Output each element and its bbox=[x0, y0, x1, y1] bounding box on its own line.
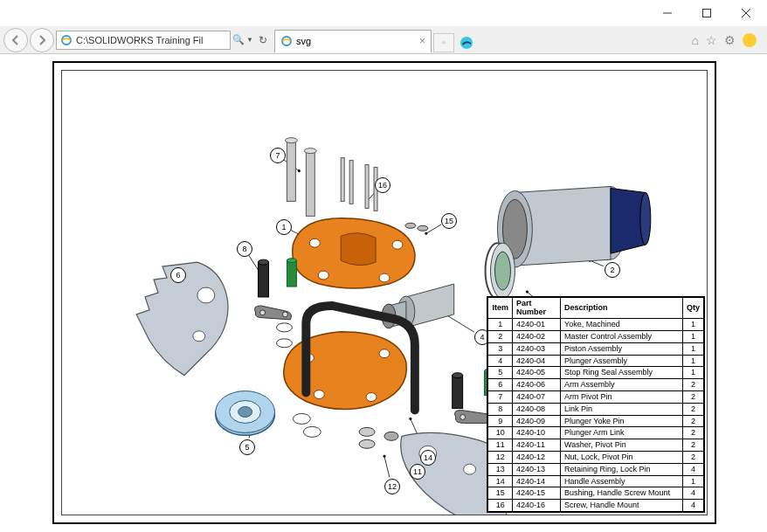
svg-point-36 bbox=[425, 232, 427, 234]
svg-point-92 bbox=[405, 223, 416, 228]
bom-cell-qty: 2 bbox=[682, 415, 703, 427]
svg-point-5 bbox=[282, 37, 291, 45]
bom-cell-pn: 4240-15 bbox=[512, 487, 560, 500]
bom-cell-qty: 4 bbox=[682, 463, 703, 475]
back-button[interactable] bbox=[3, 28, 28, 52]
content-viewport[interactable]: 12345678910111213141516 Item Part Number… bbox=[0, 54, 767, 532]
svg-line-21 bbox=[248, 255, 264, 280]
svg-point-63 bbox=[304, 149, 316, 154]
dropdown-icon[interactable]: ▼ bbox=[246, 36, 253, 44]
svg-point-59 bbox=[464, 464, 476, 474]
svg-rect-60 bbox=[287, 141, 295, 202]
svg-line-9 bbox=[590, 260, 604, 266]
balloon-14: 14 bbox=[420, 450, 436, 466]
svg-point-71 bbox=[453, 373, 463, 378]
forward-button[interactable] bbox=[30, 28, 54, 52]
bom-cell-qty: 2 bbox=[682, 439, 703, 452]
bom-cell-item: 15 bbox=[488, 487, 513, 500]
refresh-icon[interactable]: ↻ bbox=[259, 34, 267, 46]
svg-point-41 bbox=[502, 199, 527, 259]
tab-svg[interactable]: svg × bbox=[274, 30, 432, 52]
bom-cell-desc: Master Control Assembly bbox=[560, 331, 682, 343]
svg-point-81 bbox=[282, 312, 287, 317]
svg-point-53 bbox=[379, 349, 390, 358]
svg-point-48 bbox=[309, 238, 320, 247]
svg-point-22 bbox=[263, 279, 265, 280]
favorites-icon[interactable]: ☆ bbox=[706, 33, 717, 47]
bom-cell-qty: 1 bbox=[682, 355, 703, 367]
edge-button[interactable] bbox=[456, 33, 477, 52]
svg-point-51 bbox=[379, 273, 390, 282]
bom-cell-desc: Plunger Assembly bbox=[560, 355, 682, 367]
bom-cell-pn: 4240-16 bbox=[512, 500, 560, 512]
bom-cell-desc: Plunger Arm Link bbox=[560, 427, 682, 439]
svg-rect-62 bbox=[306, 151, 314, 217]
bom-cell-item: 2 bbox=[488, 331, 513, 343]
bom-cell-pn: 4240-01 bbox=[512, 319, 560, 331]
bom-cell-pn: 4240-05 bbox=[512, 367, 560, 379]
tab-close-icon[interactable]: × bbox=[419, 35, 425, 47]
svg-point-56 bbox=[197, 287, 215, 303]
svg-line-7 bbox=[290, 230, 320, 245]
home-icon[interactable]: ⌂ bbox=[692, 33, 699, 47]
svg-line-37 bbox=[367, 190, 377, 201]
feedback-icon[interactable] bbox=[743, 33, 757, 47]
address-bar[interactable]: C:\SOLIDWORKS Training Fil bbox=[56, 31, 231, 50]
bom-row: 44240-04Plunger Assembly1 bbox=[488, 355, 704, 367]
bom-cell-qty: 4 bbox=[682, 487, 703, 500]
tab-strip: svg × ▫ bbox=[274, 28, 477, 52]
svg-point-80 bbox=[260, 310, 266, 315]
balloon-2: 2 bbox=[605, 262, 620, 278]
bom-cell-desc: Plunger Yoke Pin bbox=[560, 415, 682, 427]
tab-title: svg bbox=[296, 36, 311, 46]
bom-cell-desc: Link Pin bbox=[560, 403, 682, 415]
svg-point-28 bbox=[403, 448, 404, 450]
bom-cell-item: 5 bbox=[488, 367, 513, 379]
bom-cell-item: 4 bbox=[488, 355, 513, 367]
bom-table: Item Part Number Description Qty 14240-0… bbox=[487, 296, 705, 513]
bom-cell-desc: Arm Pivot Pin bbox=[560, 391, 682, 404]
bom-cell-pn: 4240-10 bbox=[512, 427, 560, 439]
svg-point-84 bbox=[276, 323, 292, 332]
svg-point-14 bbox=[445, 314, 446, 315]
svg-point-76 bbox=[216, 394, 275, 436]
search-icon[interactable]: 🔍 bbox=[232, 34, 245, 45]
svg-line-19 bbox=[284, 160, 300, 171]
svg-point-30 bbox=[384, 455, 385, 457]
bom-cell-qty: 2 bbox=[682, 391, 703, 404]
bom-cell-qty: 2 bbox=[682, 379, 703, 391]
svg-line-13 bbox=[446, 314, 474, 332]
svg-point-90 bbox=[384, 432, 398, 440]
svg-point-20 bbox=[298, 169, 300, 171]
new-tab-button[interactable]: ▫ bbox=[433, 33, 454, 52]
svg-point-54 bbox=[314, 390, 324, 399]
minimize-button[interactable] bbox=[647, 1, 687, 25]
bom-cell-item: 12 bbox=[488, 452, 513, 464]
settings-icon[interactable]: ⚙ bbox=[724, 33, 736, 47]
ie-icon bbox=[280, 35, 293, 47]
bom-cell-pn: 4240-08 bbox=[512, 403, 560, 415]
bom-cell-qty: 4 bbox=[682, 500, 703, 512]
bom-cell-qty: 1 bbox=[682, 367, 703, 379]
bom-cell-pn: 4240-07 bbox=[512, 391, 560, 404]
close-button[interactable] bbox=[726, 1, 765, 25]
svg-line-27 bbox=[404, 449, 412, 463]
bom-row: 94240-09Plunger Yoke Pin2 bbox=[488, 415, 704, 427]
svg-point-39 bbox=[595, 186, 626, 259]
bom-cell-desc: Handle Assembly bbox=[560, 475, 682, 487]
bom-row: 84240-08Link Pin2 bbox=[488, 403, 704, 415]
svg-point-46 bbox=[397, 296, 415, 328]
bom-row: 34240-03Piston Assembly1 bbox=[488, 342, 704, 355]
bom-cell-item: 9 bbox=[488, 415, 513, 427]
svg-rect-65 bbox=[349, 161, 353, 204]
bom-cell-item: 6 bbox=[488, 379, 513, 391]
svg-point-52 bbox=[303, 354, 314, 363]
bom-row: 164240-16Screw, Handle Mount4 bbox=[488, 500, 704, 512]
svg-line-35 bbox=[426, 225, 441, 233]
svg-point-4 bbox=[62, 36, 71, 45]
bom-cell-qty: 2 bbox=[682, 427, 703, 439]
navigation-bar: C:\SOLIDWORKS Training Fil 🔍 ▼ ↻ svg × ▫… bbox=[0, 26, 767, 54]
bom-cell-item: 3 bbox=[488, 342, 513, 355]
maximize-button[interactable] bbox=[687, 1, 726, 25]
bom-header-qty: Qty bbox=[682, 297, 703, 319]
